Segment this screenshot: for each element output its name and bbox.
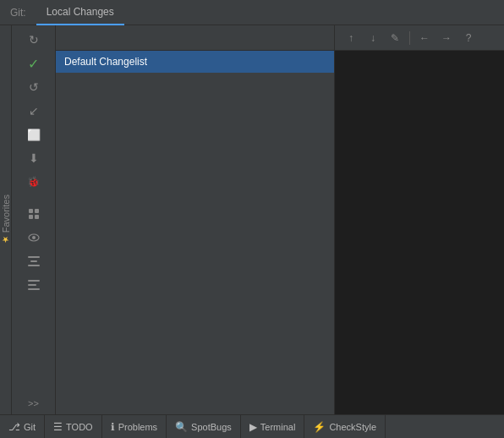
spotbugs-status-icon: 🔍 (175, 421, 188, 433)
star-icon: ★ (1, 236, 10, 245)
eye-icon[interactable] (23, 227, 45, 249)
status-bar: ⎇ Git ☰ TODO ℹ Problems 🔍 SpotBugs ▶ Ter… (0, 414, 504, 438)
left-arrow-icon[interactable]: ← (415, 29, 434, 47)
refresh-icon[interactable]: ↻ (23, 29, 45, 51)
svg-rect-6 (28, 256, 40, 258)
commit-icon[interactable]: ⬜ (23, 123, 45, 145)
status-spotbugs[interactable]: 🔍 SpotBugs (167, 415, 241, 439)
checkstyle-status-icon: ⚡ (313, 421, 326, 433)
svg-rect-0 (29, 209, 33, 213)
align-icon[interactable] (23, 250, 45, 272)
terminal-status-icon: ▶ (249, 421, 257, 433)
right-arrow-icon[interactable]: → (437, 29, 456, 47)
align2-icon[interactable] (23, 274, 45, 296)
svg-rect-9 (28, 280, 40, 282)
terminal-status-label: Terminal (260, 422, 296, 432)
svg-rect-8 (28, 265, 40, 266)
help-icon[interactable]: ? (459, 29, 478, 47)
favorites-label: Favorites (1, 194, 11, 233)
svg-rect-2 (29, 215, 33, 219)
main-area: ★ Favorites ↻ ✓ ↺ ↙ ⬜ ⬇ 🐞 (0, 25, 504, 414)
down-arrow-icon[interactable]: ↓ (364, 29, 382, 47)
changelist-panel: Default Changelist (56, 51, 504, 414)
tab-local-changes[interactable]: Local Changes (36, 0, 124, 25)
problems-status-label: Problems (118, 422, 157, 432)
changelist-left: Default Changelist (56, 51, 335, 414)
changelist-label: Default Changelist (64, 56, 147, 68)
svg-rect-3 (35, 215, 39, 219)
more-button[interactable]: >> (23, 392, 45, 414)
svg-rect-1 (35, 209, 39, 213)
status-problems[interactable]: ℹ Problems (102, 415, 167, 439)
status-terminal[interactable]: ▶ Terminal (241, 415, 305, 439)
content-toolbar: ↑ ↓ ✎ ← → ? (56, 25, 504, 51)
problems-status-icon: ℹ (111, 421, 115, 433)
svg-rect-7 (30, 260, 37, 262)
git-tab-label: Git: (10, 7, 26, 19)
favorites-strip[interactable]: ★ Favorites (0, 25, 12, 414)
right-toolbar: ↑ ↓ ✎ ← → ? (335, 29, 485, 47)
up-arrow-icon[interactable]: ↑ (342, 29, 360, 47)
top-tab-bar: Git: Local Changes (0, 0, 504, 25)
svg-rect-10 (28, 284, 36, 286)
content-area: ↑ ↓ ✎ ← → ? (56, 25, 504, 414)
git-status-label: Git (24, 422, 36, 432)
svg-rect-11 (28, 288, 40, 290)
left-toolbar: ↻ ✓ ↺ ↙ ⬜ ⬇ 🐞 (12, 25, 56, 414)
download-icon[interactable]: ⬇ (23, 147, 45, 169)
spotbugs-status-label: SpotBugs (191, 422, 232, 432)
status-git[interactable]: ⎇ Git (0, 415, 45, 439)
arrow-icon[interactable]: ↙ (23, 100, 45, 122)
svg-point-5 (32, 236, 36, 239)
grid-icon[interactable] (23, 203, 45, 225)
git-status-icon: ⎇ (8, 421, 20, 433)
default-changelist-item[interactable]: Default Changelist (56, 51, 334, 73)
toolbar-separator (409, 31, 410, 45)
status-todo[interactable]: ☰ TODO (45, 415, 102, 439)
local-changes-tab-label: Local Changes (47, 6, 114, 18)
check-icon[interactable]: ✓ (23, 52, 45, 74)
favorites-text: ★ Favorites (1, 194, 11, 244)
checkstyle-status-label: CheckStyle (329, 422, 376, 432)
status-checkstyle[interactable]: ⚡ CheckStyle (304, 415, 386, 439)
edit-icon[interactable]: ✎ (386, 29, 404, 47)
todo-status-icon: ☰ (53, 421, 63, 433)
bug-icon[interactable]: 🐞 (23, 171, 45, 193)
changelist-right (335, 51, 504, 414)
undo-icon[interactable]: ↺ (23, 76, 45, 98)
todo-status-label: TODO (66, 422, 93, 432)
tab-git[interactable]: Git: (0, 0, 36, 25)
